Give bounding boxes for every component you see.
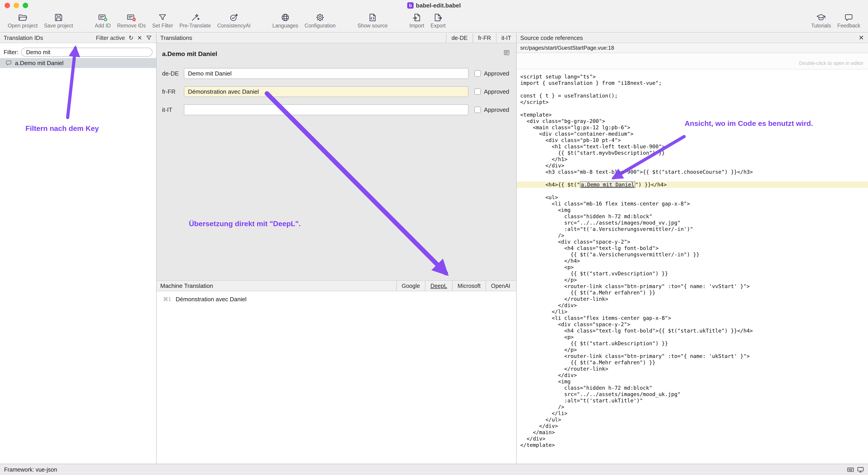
- translation-editor: a.Demo mit Daniel de-DEApprovedfr-FRAppr…: [157, 43, 516, 280]
- code-line: import { useTranslation } from "i18next-…: [517, 80, 868, 86]
- toolbar-languages-button[interactable]: Languages: [269, 12, 302, 30]
- approved-checkbox-fr-fr[interactable]: [474, 89, 481, 95]
- machine-translation-title: Machine Translation: [160, 282, 213, 290]
- code-line: </div>: [517, 162, 868, 169]
- code-line: </ul>: [517, 416, 868, 423]
- close-button[interactable]: [4, 3, 10, 8]
- code-line: [517, 105, 868, 112]
- refresh-filter-button[interactable]: ↻: [128, 35, 133, 41]
- toolbar-save-project-button[interactable]: Save project: [41, 12, 76, 30]
- approved-checkbox-de-de[interactable]: [474, 70, 481, 77]
- language-label: it-IT: [162, 106, 183, 113]
- code-line: {{ $t("a.Mehr erfahren") }}: [517, 290, 868, 296]
- code-line: <router-link class="btn-primary" :to="{ …: [517, 353, 868, 359]
- filter-active-label: Filter active: [96, 35, 125, 41]
- filter-input[interactable]: Demo mit: [21, 48, 153, 57]
- filter-annotation-text: Filtern nach dem Key: [25, 124, 99, 133]
- toolbar-remove-ids-button[interactable]: Remove IDs: [114, 12, 149, 30]
- minimize-button[interactable]: [13, 3, 19, 8]
- approved-checkbox-it-it[interactable]: [474, 107, 481, 113]
- code-line: {{ $t("a.Mehr erfahren") }}: [517, 359, 868, 366]
- save-project-icon: [54, 13, 63, 22]
- code-line: <router-link class="btn-primary" :to="{ …: [517, 283, 868, 290]
- toolbar-label: Pre-Translate: [179, 23, 211, 29]
- code-line: class="hidden h-72 md:block": [517, 213, 868, 219]
- code-line: </template>: [517, 442, 868, 448]
- language-tab-fr-fr[interactable]: fr-FR: [473, 33, 496, 43]
- toolbar: Open projectSave projectAdd IDRemove IDs…: [0, 11, 868, 33]
- display-icon[interactable]: [857, 466, 864, 473]
- code-line: <li class="mb-16 flex items-center gap-x…: [517, 201, 868, 207]
- toolbar-label: Export: [431, 23, 445, 29]
- toolbar-open-project-button[interactable]: Open project: [4, 12, 41, 30]
- toolbar-add-id-button[interactable]: Add ID: [92, 12, 114, 30]
- workspace: Translation IDs Filter active ↻ ✕ Filter…: [0, 33, 868, 464]
- source-code-view[interactable]: <script setup lang="ts">import { useTran…: [517, 69, 868, 464]
- code-line: <img: [517, 378, 868, 385]
- translation-id-item[interactable]: a.Demo mit Daniel: [0, 58, 156, 68]
- provider-tab-google[interactable]: Google: [396, 281, 425, 291]
- source-code-title: Source code references: [520, 34, 583, 41]
- code-line: </p>: [517, 277, 868, 283]
- keyboard-icon[interactable]: [847, 466, 854, 473]
- code-line: <p>: [517, 264, 868, 270]
- code-line: [517, 188, 868, 194]
- translations-panel: Translations de-DEfr-FRit-IT a.Demo mit …: [157, 33, 517, 464]
- status-bar: Framework: vue-json: [0, 464, 868, 475]
- toolbar-export-button[interactable]: Export: [427, 12, 449, 30]
- code-line: <h4 class="text-lg font-bold">: [517, 245, 868, 251]
- code-line: <li class="flex items-center gap-x-8">: [517, 315, 868, 321]
- translation-ids-panel: Translation IDs Filter active ↻ ✕ Filter…: [0, 33, 157, 464]
- translation-input-fr-fr[interactable]: [184, 86, 468, 97]
- filter-menu-button[interactable]: [146, 35, 152, 41]
- code-line: <script setup lang="ts">: [517, 73, 868, 80]
- close-icon[interactable]: ✕: [859, 35, 868, 41]
- suggestion-shortcut: ⌘1: [163, 296, 171, 302]
- window-title: b babel-edit.babel: [407, 0, 461, 11]
- translation-ids-header: Translation IDs Filter active ↻ ✕: [0, 33, 156, 43]
- window-title-text: babel-edit.babel: [416, 2, 461, 9]
- toolbar-configuration-button[interactable]: Configuration: [302, 12, 339, 30]
- machine-translation-area: ⌘1 Démonstration avec Daniel: [157, 291, 516, 464]
- code-line: <p>: [517, 334, 868, 340]
- file-reference-bar[interactable]: src/pages/start/GuestStartPage.vue:18: [517, 43, 868, 53]
- source-annotation-text: Ansicht, wo im Code es benutzt wird.: [685, 119, 813, 128]
- export-icon: [433, 13, 443, 22]
- code-line: />: [517, 404, 868, 410]
- provider-tabs: GoogleDeepLMicrosoftOpenAI: [396, 281, 515, 291]
- toolbar-label: Import: [409, 23, 424, 29]
- toolbar-tutorials-button[interactable]: Tutorials: [808, 12, 834, 30]
- toolbar-label: Tutorials: [811, 23, 831, 29]
- language-tab-it-it[interactable]: it-IT: [496, 33, 516, 43]
- editor-hint-bar: Double-click to open in editor: [517, 53, 868, 69]
- code-line: const { t } = useTranslation();: [517, 93, 868, 99]
- provider-tab-openai[interactable]: OpenAI: [486, 281, 515, 291]
- translations-title: Translations: [160, 34, 192, 41]
- current-id-title: a.Demo mit Daniel: [162, 50, 217, 58]
- zoom-button[interactable]: [23, 3, 28, 8]
- toolbar-left: Open projectSave projectAdd IDRemove IDs…: [4, 12, 449, 30]
- remove-ids-icon: [127, 13, 136, 22]
- toolbar-show-source-button[interactable]: Show source: [354, 12, 391, 30]
- code-lines: <script setup lang="ts">import { useTran…: [517, 73, 868, 448]
- provider-tab-deepl[interactable]: DeepL: [425, 281, 452, 291]
- toolbar-pre-translate-button[interactable]: Pre-Translate: [176, 12, 214, 30]
- translation-input-it-it[interactable]: [184, 104, 468, 115]
- language-tab-de-de[interactable]: de-DE: [446, 33, 473, 43]
- toolbar-import-button[interactable]: Import: [406, 12, 427, 30]
- toolbar-consistencyai-button[interactable]: ConsistencyAI: [214, 12, 254, 30]
- translation-input-de-de[interactable]: [184, 68, 468, 79]
- deepl-annotation-text: Übersetzung direkt mit "DeepL".: [189, 219, 301, 228]
- clear-filter-button[interactable]: ✕: [137, 35, 142, 41]
- highlighted-translation-key[interactable]: a.Demo mit Daniel: [580, 181, 635, 188]
- toolbar-feedback-button[interactable]: Feedback: [834, 12, 864, 30]
- toolbar-set-filter-button[interactable]: Set Filter: [149, 12, 176, 30]
- comment-note-button[interactable]: [503, 49, 510, 56]
- framework-label: Framework: vue-json: [4, 466, 57, 473]
- machine-translation-suggestion[interactable]: ⌘1 Démonstration avec Daniel: [163, 296, 247, 303]
- translations-header: Translations de-DEfr-FRit-IT: [157, 33, 516, 43]
- translation-ids-title: Translation IDs: [4, 34, 43, 41]
- languages-icon: [281, 13, 290, 22]
- provider-tab-microsoft[interactable]: Microsoft: [452, 281, 486, 291]
- approved-label: Approved: [484, 88, 509, 95]
